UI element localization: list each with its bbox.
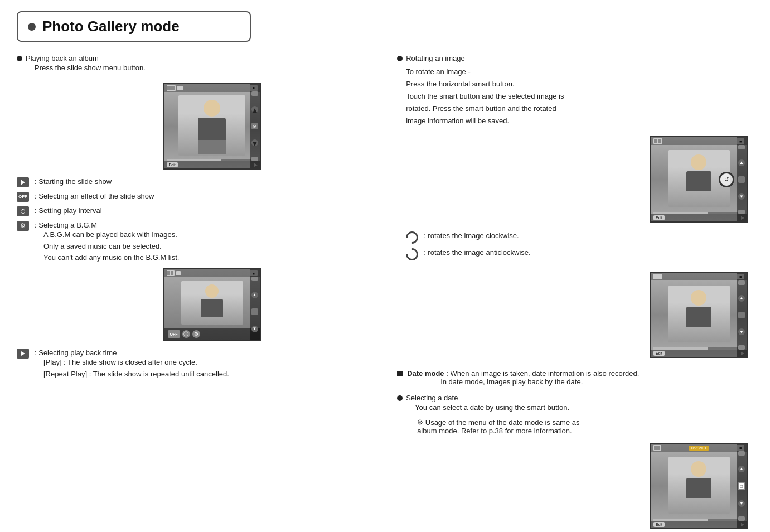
cam2-head <box>205 284 219 298</box>
cam-screen-1: ■ Edit ▶ <box>164 84 260 168</box>
rotate-description: To rotate an image - Press the horizonta… <box>406 66 753 127</box>
cam4-edit-btn: Edit <box>653 351 665 356</box>
item-effect: OFF : Selecting an effect of the slide s… <box>17 192 362 202</box>
cam2-gear-btn: ⚙ <box>192 330 200 338</box>
cam4-body <box>686 307 711 327</box>
section-playback: Playing back an album Press the slide sh… <box>17 54 362 74</box>
camera-image-5: 06/12/01 ■ Edit ▶ <box>650 443 748 529</box>
item-effect-text: : Selecting an effect of the slide show <box>35 192 154 200</box>
item-playback-text: : Selecting play back time <box>35 349 117 357</box>
divider <box>385 54 385 529</box>
date-mode-text-area: Date mode : When an image is taken, date… <box>407 369 639 386</box>
cam5-top-bar: 06/12/01 ■ <box>651 444 747 452</box>
cam5-btn-1 <box>738 451 745 456</box>
rotate-cw-text: : rotates the image clockwise. <box>424 231 519 240</box>
camera-image-4: ■ Edit ▶ <box>650 272 748 358</box>
rotate-cw-icon <box>404 229 421 246</box>
item-rotate-cw: : rotates the image clockwise. <box>406 231 753 244</box>
play-triangle <box>21 180 25 185</box>
cam4-head <box>691 290 706 306</box>
cam5-body <box>686 478 711 498</box>
cam2-btn-1 <box>251 277 258 281</box>
cam3-right-bar: ▲ ▼ <box>737 137 747 221</box>
rotate-line-0: To rotate an image - <box>406 66 753 78</box>
content-area: Playing back an album Press the slide sh… <box>17 54 753 529</box>
select-date-text-area: Selecting a date You can select a date b… <box>406 394 579 435</box>
rotate-line-2: Touch the smart button and the selected … <box>406 90 753 103</box>
select-date-dot <box>397 395 403 401</box>
cam3-up-btn: ▲ <box>738 159 745 166</box>
cam2-dn-btn: ▼ <box>251 326 258 332</box>
item-bgm: ⚙ : Selecting a B.G.M A B.G.M can be pla… <box>17 221 362 264</box>
play-line-1: [Play] : The slide show is closed after … <box>43 357 229 369</box>
header-dot <box>28 23 36 31</box>
playback-heading: Playing back an album <box>26 54 99 62</box>
cam2-photo-area <box>164 277 260 328</box>
cam-screen-2: ■ OFF ⓘ ⚙ <box>164 269 260 340</box>
rotate-line-3: rotated. Press the smart button and the … <box>406 103 753 115</box>
cam-top-icons <box>167 85 183 91</box>
cam5-edit-btn: Edit <box>653 522 665 527</box>
cam5-btn-2 <box>738 516 745 521</box>
cam5-date: 06/12/01 <box>689 446 709 451</box>
cam5-dn-btn: ▼ <box>738 500 745 507</box>
cam-right-bar-1: ▲ ⊙ ▼ <box>250 84 260 168</box>
cam4-up-btn: ▲ <box>738 295 745 302</box>
bgm-line-3: You can't add any music on the B.G.M lis… <box>43 252 179 264</box>
rotate-heading-bullet: Rotating an image <box>397 54 753 62</box>
cam3-top-icons <box>653 138 662 144</box>
cam3-body <box>686 171 711 191</box>
cam3-btn-1 <box>738 145 745 149</box>
date-mode-text: : When an image is taken, date informati… <box>446 369 639 378</box>
cam3-head <box>691 154 706 170</box>
cam-top-bar-1: ■ <box>164 84 260 92</box>
item-start-slideshow: : Starting the slide show <box>17 177 362 187</box>
select-date-note2: album mode. Refer to p.38 for more infor… <box>417 427 579 435</box>
cam-btn-1 <box>251 91 258 96</box>
rotate-items: : rotates the image clockwise. : rotates… <box>406 231 753 260</box>
cam4-btn-2 <box>738 345 745 350</box>
cam5-right-bar: ▲ ◻ ▼ <box>737 444 747 528</box>
right-column: Rotating an image To rotate an image - P… <box>391 54 753 529</box>
cam3-mid-btn <box>738 176 745 183</box>
page-header: Photo Gallery mode <box>17 11 251 42</box>
cam-settings-btn: ⊙ <box>251 123 258 129</box>
select-date-heading: Selecting a date <box>406 394 579 402</box>
cam2-top-icons <box>167 270 181 276</box>
item-interval-text: : Setting play interval <box>35 206 102 215</box>
clock-icon: ⏱ <box>17 206 29 216</box>
cam-top-bar-2: ■ <box>164 269 260 277</box>
select-date-bullet: Selecting a date You can select a date b… <box>397 394 753 435</box>
rotate-indicator: ↺ <box>719 172 734 187</box>
off-icon: OFF <box>17 192 29 202</box>
left-column: Playing back an album Press the slide sh… <box>17 54 379 529</box>
cam-photo-area-1 <box>164 92 260 159</box>
cam4-right-bar: ▲ ▼ <box>737 273 747 357</box>
cam-btn-round: ▲ <box>251 106 258 113</box>
clock-symbol: ⏱ <box>20 208 26 215</box>
bullet-dot <box>17 56 22 61</box>
cam-screen-3: ■ ↺ Edit ▶ <box>651 137 747 221</box>
rotate-camera-images: ■ ↺ Edit ▶ <box>397 136 748 223</box>
cam4-bottom-bar: Edit ▶ <box>651 350 747 357</box>
cam3-bottom-bar: Edit ▶ <box>651 214 747 221</box>
cam5-bottom-bar: Edit ▶ <box>651 521 747 528</box>
cam3-btn-2 <box>738 210 745 214</box>
cam5-select-btn: ◻ <box>738 482 745 490</box>
cam-person-1 <box>178 95 245 156</box>
cam3-dn-btn: ▼ <box>738 193 745 200</box>
cam-bottom-bar-1: Edit ▶ <box>164 161 260 168</box>
cam2-clock-btn: ⓘ <box>182 330 190 338</box>
rotate-heading: Rotating an image <box>406 54 465 62</box>
cam2-mid-btn <box>251 308 258 315</box>
cam2-off-btn: OFF <box>168 330 180 338</box>
cam2-bottom-menu: OFF ⓘ ⚙ <box>164 328 260 340</box>
cam5-top-icons <box>653 445 661 451</box>
cam4-mid-btn <box>738 312 745 318</box>
cam4-photo-area <box>651 280 747 347</box>
camera-image-2: ■ OFF ⓘ ⚙ <box>163 268 261 341</box>
date-mode-label: Date mode <box>407 369 444 378</box>
item-playback-time: : Selecting play back time [Play] : The … <box>17 349 362 380</box>
rotate-bullet-dot <box>397 56 403 61</box>
page-title: Photo Gallery mode <box>42 18 180 35</box>
